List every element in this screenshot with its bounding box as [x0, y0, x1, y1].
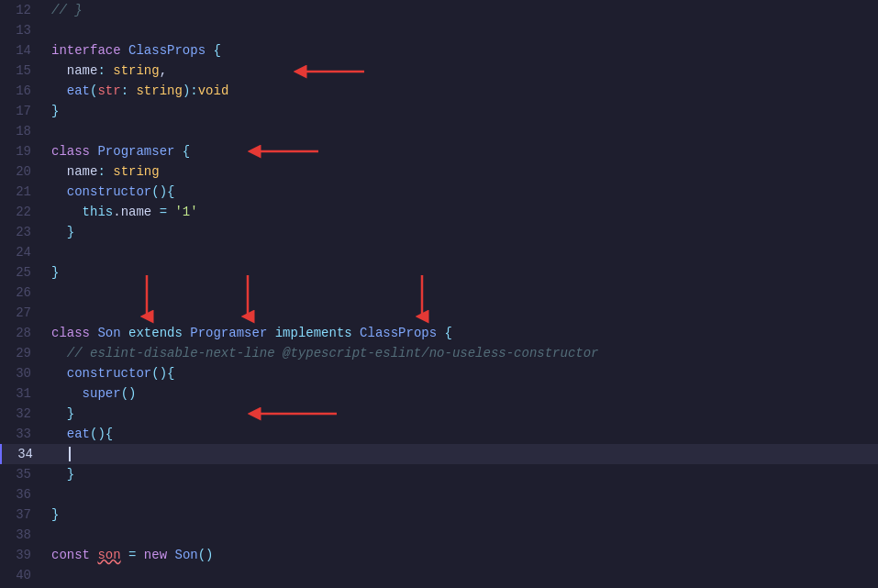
line-number-35: 35 — [0, 464, 48, 484]
line-number-38: 38 — [0, 525, 48, 545]
line-content-25: } — [48, 262, 878, 283]
line-13: 13 — [0, 20, 878, 40]
line-number-14: 14 — [0, 40, 48, 61]
line-number-28: 28 — [0, 323, 48, 343]
line-22: 22 this.name = '1' — [0, 202, 878, 222]
line-14: 14 interface ClassProps { — [0, 40, 878, 61]
line-content-35: } — [48, 464, 878, 484]
line-39: 39 const son = new Son() — [0, 545, 878, 565]
line-content-31: super() — [48, 383, 878, 404]
line-content-39: const son = new Son() — [48, 545, 878, 565]
line-number-12: 12 — [0, 0, 48, 20]
code-editor: 12 // } 13 14 interface ClassProps { 15 … — [0, 0, 878, 588]
line-18: 18 — [0, 121, 878, 141]
line-number-30: 30 — [0, 363, 48, 383]
line-content-21: constructor(){ — [48, 182, 878, 202]
line-number-17: 17 — [0, 101, 48, 121]
line-38: 38 — [0, 525, 878, 545]
line-19: 19 class Programser { — [0, 141, 878, 161]
line-32: 32 } — [0, 404, 878, 424]
line-17: 17 } — [0, 101, 878, 121]
line-21: 21 constructor(){ — [0, 182, 878, 202]
line-number-22: 22 — [0, 202, 48, 222]
line-content-29: // eslint-disable-next-line @typescript-… — [48, 343, 878, 363]
line-20: 20 name: string — [0, 161, 878, 182]
line-36: 36 — [0, 484, 878, 505]
line-15: 15 name: string, — [0, 61, 878, 81]
line-content-17: } — [48, 101, 878, 121]
line-number-31: 31 — [0, 383, 48, 404]
line-number-24: 24 — [0, 242, 48, 262]
line-content-34 — [50, 444, 878, 464]
line-number-27: 27 — [0, 303, 48, 323]
line-number-40: 40 — [0, 565, 48, 585]
line-content-16: eat(str: string):void — [48, 81, 878, 101]
line-number-39: 39 — [0, 545, 48, 565]
line-number-16: 16 — [0, 81, 48, 101]
line-number-26: 26 — [0, 283, 48, 303]
line-content-22: this.name = '1' — [48, 202, 878, 222]
line-26: 26 — [0, 283, 878, 303]
line-content-23: } — [48, 222, 878, 242]
line-12: 12 // } — [0, 0, 878, 20]
line-27: 27 — [0, 303, 878, 323]
line-number-33: 33 — [0, 424, 48, 444]
line-29: 29 // eslint-disable-next-line @typescri… — [0, 343, 878, 363]
line-16: 16 eat(str: string):void — [0, 81, 878, 101]
line-content-33: eat(){ — [48, 424, 878, 444]
line-23: 23 } — [0, 222, 878, 242]
line-number-32: 32 — [0, 404, 48, 424]
line-content-14: interface ClassProps { — [48, 40, 878, 61]
line-40: 40 — [0, 565, 878, 585]
line-content-12: // } — [48, 0, 878, 20]
code-area: 12 // } 13 14 interface ClassProps { 15 … — [0, 0, 878, 588]
line-33: 33 eat(){ — [0, 424, 878, 444]
line-content-32: } — [48, 404, 878, 424]
line-content-28: class Son extends Programser implements … — [48, 323, 878, 343]
line-30: 30 constructor(){ — [0, 363, 878, 383]
line-number-37: 37 — [0, 505, 48, 525]
line-number-15: 15 — [0, 61, 48, 81]
line-content-19: class Programser { — [48, 141, 878, 161]
line-content-20: name: string — [48, 161, 878, 182]
line-37: 37 } — [0, 505, 878, 525]
line-content-30: constructor(){ — [48, 363, 878, 383]
line-number-21: 21 — [0, 182, 48, 202]
line-number-25: 25 — [0, 262, 48, 283]
line-number-34: 34 — [2, 444, 50, 464]
line-number-29: 29 — [0, 343, 48, 363]
line-content-37: } — [48, 505, 878, 525]
line-number-23: 23 — [0, 222, 48, 242]
line-number-19: 19 — [0, 141, 48, 161]
line-content-15: name: string, — [48, 61, 878, 81]
line-number-20: 20 — [0, 161, 48, 182]
line-24: 24 — [0, 242, 878, 262]
line-number-13: 13 — [0, 20, 48, 40]
line-number-18: 18 — [0, 121, 48, 141]
line-31: 31 super() — [0, 383, 878, 404]
line-number-36: 36 — [0, 484, 48, 505]
line-34: 34 — [0, 444, 878, 464]
line-35: 35 } — [0, 464, 878, 484]
line-28: 28 class Son extends Programser implemen… — [0, 323, 878, 343]
line-25: 25 } — [0, 262, 878, 283]
